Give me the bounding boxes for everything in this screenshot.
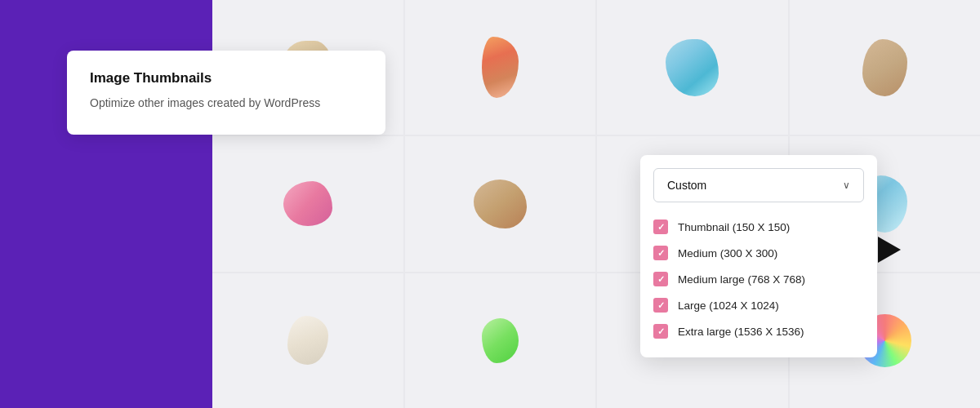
check-icon: ✓ — [657, 222, 665, 233]
checkbox-item-medium[interactable]: ✓ Medium (300 X 300) — [640, 240, 877, 266]
checkbox-thumbnail[interactable]: ✓ — [653, 220, 668, 234]
grid-cell-5 — [212, 136, 403, 271]
check-icon: ✓ — [657, 300, 665, 311]
checkbox-label-large: Large (1024 X 1024) — [678, 299, 779, 312]
checkbox-item-extra-large[interactable]: ✓ Extra large (1536 X 1536) — [640, 318, 877, 344]
checkbox-medium-large[interactable]: ✓ — [653, 272, 668, 286]
checkbox-item-large[interactable]: ✓ Large (1024 X 1024) — [640, 292, 877, 318]
dropdown-select[interactable]: Custom ∨ — [653, 168, 864, 202]
sculpture-orange-twist — [482, 37, 519, 98]
sculpture-pink-knot — [283, 181, 332, 226]
checkbox-extra-large[interactable]: ✓ — [653, 324, 668, 339]
checkbox-large[interactable]: ✓ — [653, 298, 668, 313]
checkbox-label-extra-large: Extra large (1536 X 1536) — [678, 326, 804, 338]
grid-cell-2 — [405, 0, 596, 135]
sculpture-tan-figure — [862, 39, 907, 96]
chevron-down-icon: ∨ — [843, 180, 850, 191]
sculpture-white-figure — [287, 316, 328, 365]
info-card: Image Thumbnails Optimize other images c… — [67, 51, 385, 135]
check-icon: ✓ — [657, 326, 665, 337]
checkbox-medium[interactable]: ✓ — [653, 246, 668, 260]
grid-cell-3 — [597, 0, 788, 135]
sculpture-tan-cluster — [474, 180, 527, 228]
checkbox-label-thumbnail: Thumbnail (150 X 150) — [678, 221, 790, 233]
grid-cell-9 — [212, 273, 403, 408]
cursor-arrow-icon — [878, 237, 901, 263]
checkbox-item-thumbnail[interactable]: ✓ Thumbnail (150 X 150) — [640, 214, 877, 240]
grid-cell-4 — [790, 0, 981, 135]
checkbox-label-medium: Medium (300 X 300) — [678, 247, 777, 259]
sculpture-green-drop — [482, 318, 519, 363]
grid-cell-6 — [405, 136, 596, 271]
check-icon: ✓ — [657, 248, 665, 259]
dropdown-panel: Custom ∨ ✓ Thumbnail (150 X 150) ✓ Mediu… — [640, 155, 877, 357]
info-card-description: Optimize other images created by WordPre… — [90, 95, 363, 112]
checkbox-item-medium-large[interactable]: ✓ Medium large (768 X 768) — [640, 266, 877, 292]
dropdown-selected-label: Custom — [667, 179, 706, 192]
sculpture-blue-glass — [666, 39, 719, 96]
check-icon: ✓ — [657, 274, 665, 285]
grid-cell-10 — [405, 273, 596, 408]
info-card-title: Image Thumbnails — [90, 70, 363, 86]
checkbox-label-medium-large: Medium large (768 X 768) — [678, 273, 805, 286]
